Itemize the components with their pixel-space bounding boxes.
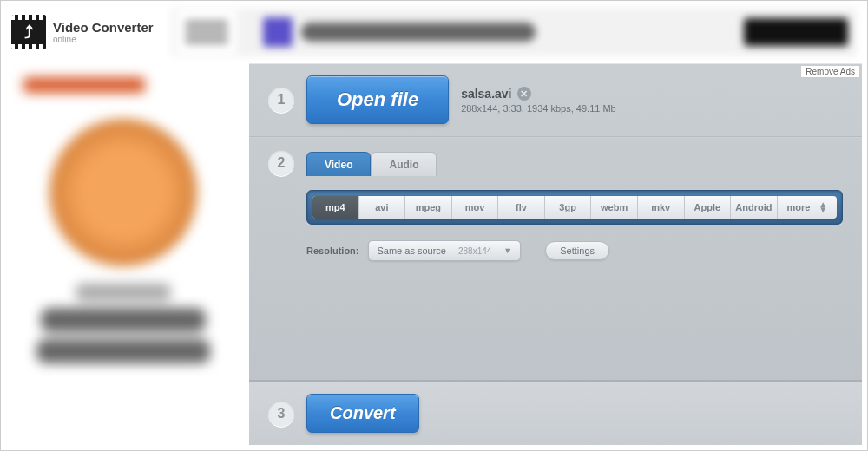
step-number-3: 3 [268,401,294,427]
resolution-label: Resolution: [306,245,359,256]
format-apple[interactable]: Apple [685,196,732,219]
step-number-1: 1 [268,87,294,113]
tab-video[interactable]: Video [306,152,371,176]
format-mkv[interactable]: mkv [638,196,685,219]
header: ⤴ Video Converter online [1,1,867,63]
file-name-label: salsa.avi [461,87,511,101]
convert-button[interactable]: Convert [306,394,419,433]
remove-file-icon[interactable]: ✕ [517,87,531,101]
top-banner-ad[interactable] [171,8,857,56]
format-mov[interactable]: mov [452,196,499,219]
format-more[interactable]: more ▲▼ [778,196,837,219]
resolution-value: Same as source [378,245,446,256]
file-info: salsa.avi ✕ 288x144, 3:33, 1934 kbps, 49… [461,86,616,114]
format-webm[interactable]: webm [591,196,638,219]
format-more-label: more [786,202,810,212]
format-mp4[interactable]: mp4 [312,196,359,219]
app-title: Video Converter [53,20,154,35]
file-meta: 288x144, 3:33, 1934 kbps, 49.11 Mb [461,103,616,114]
tab-audio[interactable]: Audio [371,152,437,176]
step-number-2: 2 [268,150,294,176]
film-reel-icon: ⤴ [11,15,46,49]
format-mpeg[interactable]: mpeg [405,196,452,219]
format-3gp[interactable]: 3gp [545,196,592,219]
step-1: 1 Open file salsa.avi ✕ 288x144, 3:33, 1… [249,63,862,136]
app-subtitle: online [53,35,154,44]
format-flv[interactable]: flv [498,196,545,219]
chevron-down-icon: ▼ [503,246,511,255]
main-panel: 1 Open file salsa.avi ✕ 288x144, 3:33, 1… [249,63,862,445]
resolution-dim: 288x144 [458,246,491,256]
remove-ads-button[interactable]: Remove Ads [800,65,860,78]
step-3: 3 Convert [249,380,862,445]
sidebar-ad[interactable] [6,63,240,445]
app-logo[interactable]: ⤴ Video Converter online [11,15,154,49]
step-2: 2 Video Audio [249,138,862,176]
format-bar: mp4 avi mpeg mov flv 3gp webm mkv Apple … [306,190,843,225]
format-avi[interactable]: avi [359,196,406,219]
open-file-button[interactable]: Open file [306,75,449,124]
format-android[interactable]: Android [731,196,778,219]
updown-icon: ▲▼ [819,202,827,212]
resolution-dropdown[interactable]: Same as source 288x144 ▼ [368,240,522,261]
settings-button[interactable]: Settings [545,241,609,260]
